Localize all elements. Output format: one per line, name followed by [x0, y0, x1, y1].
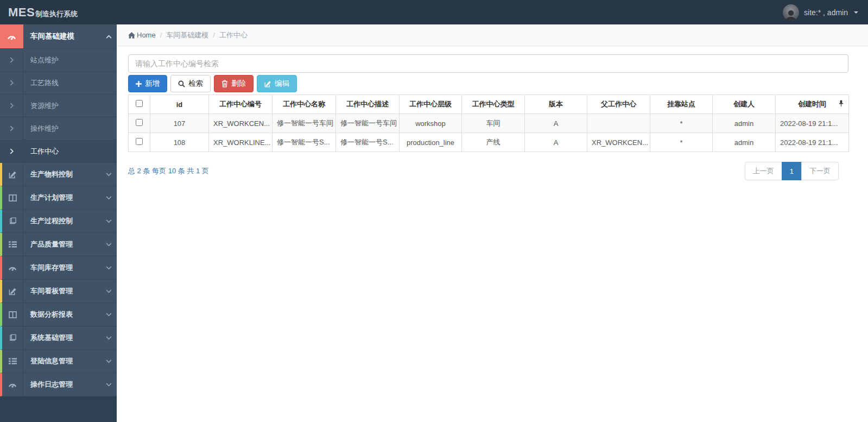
cell-created-time: 2022-08-19 21:1... [776, 114, 849, 133]
trash-icon [221, 80, 228, 87]
column-header-site[interactable]: 挂靠站点 [650, 95, 713, 114]
pencil-square-icon [2, 163, 23, 186]
sidebar-item-resource-maintenance[interactable]: 资源维护 [0, 95, 117, 117]
sidebar-group-label: 产品质量管理 [23, 233, 100, 256]
cell-name: 修一智能一号S... [273, 133, 336, 152]
chevron-down-icon [100, 163, 117, 186]
cell-type: 产线 [462, 133, 525, 152]
tachometer-icon [2, 373, 23, 396]
caret-down-icon [854, 11, 858, 14]
sidebar-group-production-process[interactable]: 生产过程控制 [0, 210, 117, 233]
breadcrumb-home-link[interactable]: Home [128, 31, 156, 39]
chevron-right-icon [0, 49, 23, 71]
th-list-icon [2, 233, 23, 256]
column-header-level[interactable]: 工作中心层级 [400, 95, 462, 114]
chevron-down-icon [100, 373, 117, 396]
column-header-type[interactable]: 工作中心类型 [462, 95, 525, 114]
sidebar-item-work-center[interactable]: 工作中心 [0, 140, 117, 163]
select-all-checkbox[interactable] [136, 100, 143, 107]
add-button[interactable]: 新增 [128, 75, 167, 92]
edit-button[interactable]: 编辑 [257, 75, 297, 92]
column-header-version[interactable]: 版本 [525, 95, 587, 114]
sidebar-group-production-material[interactable]: 生产物料控制 [0, 163, 117, 186]
columns-icon [2, 186, 23, 209]
columns-icon [2, 303, 23, 326]
delete-button[interactable]: 删除 [214, 75, 254, 92]
sidebar-group-label: 生产计划管理 [23, 186, 100, 209]
chevron-down-icon [100, 350, 117, 373]
pencil-square-icon [2, 280, 23, 303]
chevron-down-icon [100, 280, 117, 303]
work-center-table: id 工作中心编号 工作中心名称 工作中心描述 工作中心层级 工作中心类型 版本… [128, 95, 849, 152]
prev-page-button[interactable]: 上一页 [745, 162, 782, 180]
cell-parent [587, 114, 650, 133]
sidebar-group-workshop-modeling[interactable]: 车间基础建模 [0, 24, 117, 49]
row-checkbox[interactable] [136, 119, 143, 126]
top-navbar: MES 制造执行系统 site:* , admin [0, 0, 868, 24]
sidebar-group-label: 生产物料控制 [23, 163, 100, 186]
table-row: 107 XR_WORKCEN... 修一智能一号车间 修一智能一号车间 work… [129, 114, 849, 133]
chevron-down-icon [100, 256, 117, 279]
sidebar-item-process-route[interactable]: 工艺路线 [0, 72, 117, 95]
user-menu[interactable]: site:* , admin [783, 4, 858, 21]
cell-parent: XR_WORKCEN... [587, 133, 650, 152]
book-icon [2, 326, 23, 349]
sidebar-group-workshop-kanban[interactable]: 车间看板管理 [0, 280, 117, 303]
sidebar-group-label: 生产过程控制 [23, 210, 100, 232]
search-input[interactable] [128, 54, 848, 73]
app-logo: MES 制造执行系统 [8, 5, 78, 20]
page-1-button[interactable]: 1 [782, 162, 802, 180]
person-icon [784, 9, 797, 21]
row-checkbox[interactable] [136, 138, 143, 145]
cell-description: 修一智能一号S... [336, 133, 400, 152]
sidebar-group-product-quality[interactable]: 产品质量管理 [0, 233, 117, 256]
chevron-down-icon [100, 303, 117, 326]
column-header-creator[interactable]: 创建人 [713, 95, 776, 114]
breadcrumb-current: 工作中心 [219, 30, 248, 40]
breadcrumb-separator: / [160, 31, 162, 39]
sidebar-item-site-maintenance[interactable]: 站点维护 [0, 49, 117, 72]
column-header-created-time[interactable]: 创建时间 [776, 95, 849, 114]
chevron-down-icon [100, 210, 117, 232]
tachometer-icon [0, 24, 23, 48]
cell-creator: admin [713, 114, 776, 133]
search-button[interactable]: 检索 [170, 75, 211, 92]
user-label: site:* , admin [804, 8, 848, 17]
cell-version: A [525, 133, 587, 152]
sidebar-group-operation-log[interactable]: 操作日志管理 [0, 373, 117, 396]
column-header-name[interactable]: 工作中心名称 [273, 95, 336, 114]
logo-text-sub: 制造执行系统 [35, 9, 78, 19]
column-header-parent[interactable]: 父工作中心 [587, 95, 650, 114]
th-list-icon [2, 350, 23, 373]
sidebar-group-system-basic[interactable]: 系统基础管理 [0, 326, 117, 350]
sidebar-group-production-plan[interactable]: 生产计划管理 [0, 186, 117, 210]
cell-type: 车间 [462, 114, 525, 133]
sidebar-item-label: 工艺路线 [23, 72, 117, 94]
chevron-down-icon [100, 326, 117, 349]
main-content: Home / 车间基础建模 / 工作中心 新增 检索 删除 编辑 [117, 24, 868, 422]
column-header-code[interactable]: 工作中心编号 [209, 95, 273, 114]
chevron-right-icon [0, 95, 23, 117]
breadcrumb-separator: / [213, 31, 215, 39]
select-all-header [129, 95, 150, 114]
sidebar-group-login-info[interactable]: 登陆信息管理 [0, 350, 117, 373]
sidebar-group-data-analysis[interactable]: 数据分析报表 [0, 303, 117, 326]
sidebar-item-operation-maintenance[interactable]: 操作维护 [0, 117, 117, 140]
tachometer-icon [2, 256, 23, 279]
pin-icon[interactable] [839, 100, 844, 109]
plus-icon [136, 81, 142, 87]
cell-id: 108 [150, 133, 209, 152]
home-icon [128, 32, 135, 39]
next-page-button[interactable]: 下一页 [801, 162, 839, 180]
column-header-id[interactable]: id [150, 95, 209, 114]
sidebar-group-label: 车间基础建模 [23, 24, 100, 48]
sidebar-item-label: 资源维护 [23, 95, 117, 117]
breadcrumb: Home / 车间基础建模 / 工作中心 [117, 24, 868, 46]
table-header-row: id 工作中心编号 工作中心名称 工作中心描述 工作中心层级 工作中心类型 版本… [129, 95, 849, 114]
column-header-description[interactable]: 工作中心描述 [336, 95, 400, 114]
sidebar-group-workshop-inventory[interactable]: 车间库存管理 [0, 256, 117, 280]
logo-text-main: MES [8, 5, 35, 20]
chevron-right-icon [0, 140, 23, 162]
sidebar-item-label: 操作维护 [23, 117, 117, 140]
breadcrumb-section-link[interactable]: 车间基础建模 [166, 30, 208, 40]
